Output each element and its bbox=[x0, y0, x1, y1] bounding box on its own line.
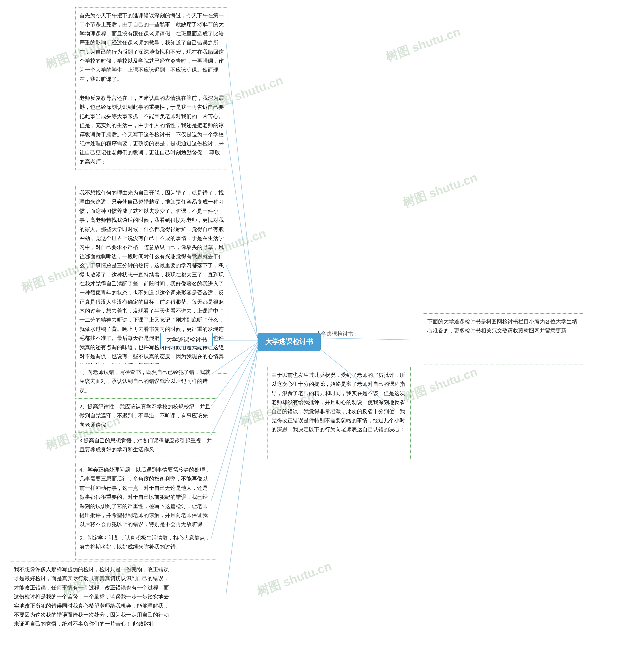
svg-line-1 bbox=[226, 129, 257, 338]
svg-line-7 bbox=[226, 350, 257, 595]
svg-line-11 bbox=[211, 347, 257, 538]
text-box-9: 由于以前也发生过此类状况，受到了老师的严厉批评，所以这次心里十分的提觉，始终是实… bbox=[267, 367, 411, 459]
parent-node-label: 大学逃课检讨书 bbox=[166, 337, 207, 343]
text-box-6-content: 3.提高自己的思想觉悟，对各门课程都应该引起重视，并且要养成良好的学习和生活作风… bbox=[79, 437, 212, 453]
text-box-2-content: 老师反复教导言还在耳，严肃认真的表情犹在脑前，我深为震撼，也已经深刻认识到此事的… bbox=[79, 95, 224, 165]
text-box-1: 首先为今天下午把下的逃课错误深刻的悔过，今天下午在第一二小节课上完后，由于自己的… bbox=[75, 7, 229, 87]
text-box-4: 1、向老师认错，写检查书，既然自己已经犯了错，我就应该去面对，承认认到自己的错误… bbox=[75, 364, 216, 398]
text-box-1-content: 首先为今天下午把下的逃课错误深刻的悔过，今天下午在第一二小节课上完后，由于自己的… bbox=[79, 12, 224, 82]
parent-node: 大学逃课检讨书 bbox=[160, 333, 213, 347]
step5-box: 5、制定学习计划，认真积极生活情散，相心大意缺点，努力将期考好，以好成绩来弥补我… bbox=[75, 530, 216, 555]
main-canvas: 树图 shutu.cn 树图 shutu.cn 树图 shutu.cn 树图 s… bbox=[0, 0, 622, 672]
step5-content: 5、制定学习计划，认真积极生活情散，相心大意缺点，努力将期考好，以好成绩来弥补我… bbox=[79, 535, 210, 550]
info-box: 下面的大学逃课检讨书是树图网检讨书栏目小编为各位大学生精心准备的，更多检讨书相关… bbox=[423, 313, 583, 364]
text-box-4-content: 1、向老师认错，写检查书，既然自己已经犯了错，我就应该去面对，承认认到自己的错误… bbox=[79, 369, 210, 393]
center-node-label: 大学逃课检讨书 bbox=[265, 338, 313, 346]
watermark-9: 树图 shutu.cn bbox=[401, 364, 480, 406]
small-label: 大学逃课检讨书： bbox=[316, 330, 358, 338]
svg-line-9 bbox=[306, 338, 423, 340]
text-box-2: 老师反复教导言还在耳，严肃认真的表情犹在脑前，我深为震撼，也已经深刻认识到此事的… bbox=[75, 90, 229, 170]
text-box-9-content: 由于以前也发生过此类状况，受到了老师的严厉批评，所以这次心里十分的提觉，始终是实… bbox=[271, 372, 405, 432]
text-box-6: 3.提高自己的思想觉悟，对各门课程都应该引起重视，并且要养成良好的学习和生活作风… bbox=[75, 432, 216, 458]
center-node[interactable]: 大学逃课检讨书 bbox=[257, 333, 321, 351]
svg-line-0 bbox=[226, 41, 257, 338]
text-box-8-content: 我不想像许多人那样写虚伪的检讨，检讨只是一份完物，改正错误才是最好检讨，而是真实… bbox=[14, 566, 169, 627]
small-label-text: 大学逃课检讨书： bbox=[316, 331, 358, 337]
text-box-8: 我不想像许多人那样写虚伪的检讨，检讨只是一份完物，改正错误才是最好检讨，而是真实… bbox=[10, 561, 175, 639]
watermark-11: 树图 shutu.cn bbox=[255, 558, 334, 600]
watermark-6: 树图 shutu.cn bbox=[401, 169, 480, 211]
info-box-content: 下面的大学逃课检讨书是树图网检讨书栏目小编为各位大学生精心准备的，更多检讨书相关… bbox=[427, 319, 577, 333]
text-box-5-content: 2、提高纪律性，我应该认真学习学校的校规校纪，并且做到自觉遵守，不迟到，不早退，… bbox=[79, 403, 210, 428]
text-box-5: 2、提高纪律性，我应该认真学习学校的校规校纪，并且做到自觉遵守，不迟到，不早退，… bbox=[75, 398, 216, 433]
watermark-3: 树图 shutu.cn bbox=[383, 24, 462, 66]
svg-line-2 bbox=[226, 265, 257, 338]
